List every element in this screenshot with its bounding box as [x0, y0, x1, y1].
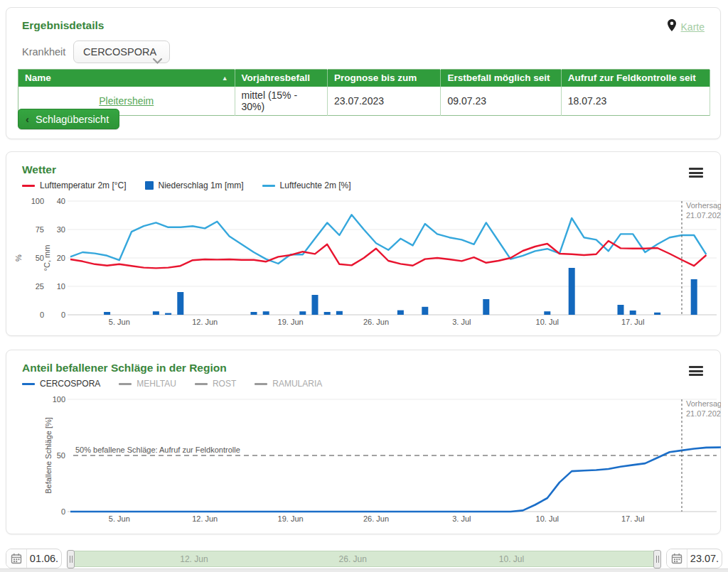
track-tick-label: 10. Jul: [499, 554, 524, 564]
svg-text:Vorhersage: Vorhersage: [686, 399, 721, 408]
svg-text:50% befallene Schläge: Aufruf: 50% befallene Schläge: Aufruf zur Feldko…: [75, 446, 240, 454]
svg-text:25: 25: [36, 282, 44, 291]
rost-line-marker: [195, 383, 208, 385]
svg-text:0: 0: [61, 507, 65, 516]
svg-text:17. Jul: 17. Jul: [621, 514, 644, 523]
temperature-line-marker: [22, 185, 35, 187]
calendar-icon: [671, 553, 682, 564]
svg-text:75: 75: [36, 225, 44, 234]
svg-text:Vorhersage: Vorhersage: [686, 201, 721, 210]
region-legend: CERCOSPORA MEHLTAU ROST RAMULARIA: [22, 379, 322, 389]
cercospora-line: [70, 447, 721, 512]
svg-text:12. Jun: 12. Jun: [192, 514, 218, 523]
sort-asc-icon: ▲: [222, 75, 228, 82]
region-title: Anteil befallener Schläge in der Region: [22, 362, 227, 374]
date-range-slider: 01.06. 12. Jun 26. Jun 10. Jul 23.07.: [6, 549, 722, 568]
track-tick-label: 12. Jun: [180, 554, 208, 564]
start-date-group: 01.06.: [6, 549, 62, 568]
column-header-prognose[interactable]: Prognose bis zum: [327, 70, 441, 87]
svg-text:5. Jun: 5. Jun: [109, 514, 130, 523]
svg-text:12. Jun: 12. Jun: [192, 318, 218, 326]
legend-item-mehltau[interactable]: MEHLTAU: [119, 379, 176, 389]
chevron-left-icon: ‹: [26, 113, 29, 125]
cell-vorjahresbefall: mittel (15% - 30%): [235, 87, 327, 116]
end-date-group: 23.07.: [666, 549, 722, 568]
legend-item-precipitation[interactable]: Niederschlag 1m [mm]: [145, 180, 244, 190]
legend-item-ramularia[interactable]: RAMULARIA: [255, 379, 322, 389]
disease-select-value: CERCOSPORA: [83, 46, 156, 58]
precipitation-bar-marker: [145, 181, 154, 190]
chart-menu-icon[interactable]: [689, 366, 703, 378]
svg-text:19. Jun: 19. Jun: [278, 318, 304, 326]
schlaguebersicht-button[interactable]: ‹ Schlagübersicht: [18, 109, 119, 129]
svg-text:100: 100: [31, 197, 44, 205]
svg-text:0: 0: [61, 311, 65, 319]
table-header-row: Name ▲ Vorjahresbefall Prognose bis zum …: [18, 70, 710, 87]
svg-text:%: %: [14, 254, 23, 261]
end-calendar-button[interactable]: [667, 549, 687, 568]
chart-menu-icon[interactable]: [689, 168, 703, 180]
start-calendar-button[interactable]: [6, 549, 27, 568]
slider-handle-left[interactable]: [67, 550, 75, 568]
region-infestation-panel: Anteil befallener Schläge in der Region …: [6, 350, 721, 534]
svg-text:50: 50: [57, 451, 65, 460]
svg-text:19. Jun: 19. Jun: [278, 514, 304, 523]
svg-text:Befallene Schläge [%]: Befallene Schläge [%]: [44, 417, 53, 494]
page-title: Ergebnisdetails: [22, 19, 104, 32]
table-row: Pleitersheim mittel (15% - 30%) 23.07.20…: [18, 87, 710, 116]
humidity-line-marker: [262, 185, 275, 187]
end-date-input[interactable]: 23.07.: [687, 549, 722, 568]
svg-text:0: 0: [40, 311, 44, 319]
legend-item-cercospora[interactable]: CERCOSPORA: [22, 379, 100, 389]
svg-text:26. Jun: 26. Jun: [363, 318, 389, 326]
weather-title: Wetter: [22, 163, 56, 176]
legend-item-rost[interactable]: ROST: [195, 379, 236, 389]
disease-select[interactable]: CERCOSPORA: [73, 41, 170, 63]
ramularia-line-marker: [255, 383, 267, 385]
legend-item-humidity[interactable]: Luftfeuchte 2m [%]: [262, 180, 351, 190]
precipitation-bars: [104, 268, 697, 315]
disease-label: Krankheit: [22, 46, 65, 58]
svg-text:100: 100: [53, 395, 65, 404]
svg-text:10. Jul: 10. Jul: [536, 318, 559, 326]
results-details-panel: Ergebnisdetails Karte Krankheit CERCOSPO…: [6, 7, 721, 139]
results-table: Name ▲ Vorjahresbefall Prognose bis zum …: [18, 69, 710, 116]
svg-text:5. Jun: 5. Jun: [109, 318, 130, 326]
mehltau-line-marker: [119, 383, 132, 385]
svg-text:10: 10: [57, 282, 65, 291]
slider-track[interactable]: 12. Jun 26. Jun 10. Jul: [68, 551, 660, 567]
footer-strip: [0, 568, 728, 572]
temperature-line: [70, 241, 706, 268]
track-tick-label: 26. Jun: [339, 554, 367, 564]
cercospora-line-marker: [22, 383, 35, 385]
column-header-feldkontrolle[interactable]: Aufruf zur Feldkontrolle seit: [561, 70, 710, 87]
column-header-vorjahresbefall[interactable]: Vorjahresbefall: [235, 70, 327, 87]
svg-text:3. Jul: 3. Jul: [452, 514, 471, 523]
slider-handle-right[interactable]: [653, 550, 661, 568]
weather-panel: Wetter Lufttemperatur 2m [°C] Niederschl…: [6, 151, 721, 336]
svg-text:3. Jul: 3. Jul: [452, 318, 471, 326]
svg-text:21.07.2023: 21.07.2023: [686, 409, 721, 418]
location-link[interactable]: Pleitersheim: [99, 95, 154, 107]
svg-text:20: 20: [57, 254, 65, 262]
svg-text:10. Jul: 10. Jul: [536, 514, 559, 523]
svg-text:21.07.2023: 21.07.2023: [686, 211, 721, 220]
column-header-name[interactable]: Name ▲: [18, 70, 235, 87]
weather-chart[interactable]: 1007550250403020100%°C, mm5. Jun12. Jun1…: [14, 194, 721, 330]
svg-text:17. Jul: 17. Jul: [621, 318, 644, 326]
humidity-line: [70, 215, 706, 264]
chevron-down-icon: [153, 50, 162, 71]
map-link[interactable]: Karte: [681, 21, 705, 33]
column-header-erstbefall[interactable]: Erstbefall möglich seit: [441, 70, 561, 87]
start-date-input[interactable]: 01.06.: [27, 549, 61, 568]
map-link-wrap[interactable]: Karte: [668, 19, 705, 34]
cell-feldkontrolle: 18.07.23: [561, 87, 710, 116]
region-chart[interactable]: 10050050% befallene Schläge: Aufruf zur …: [14, 392, 721, 527]
svg-text:°C, mm: °C, mm: [43, 245, 51, 271]
legend-item-temperature[interactable]: Lufttemperatur 2m [°C]: [22, 180, 127, 190]
svg-text:40: 40: [57, 197, 65, 205]
weather-legend: Lufttemperatur 2m [°C] Niederschlag 1m […: [22, 180, 351, 190]
cell-prognose: 23.07.2023: [327, 87, 441, 116]
svg-text:30: 30: [57, 225, 65, 234]
svg-text:26. Jun: 26. Jun: [363, 514, 389, 523]
